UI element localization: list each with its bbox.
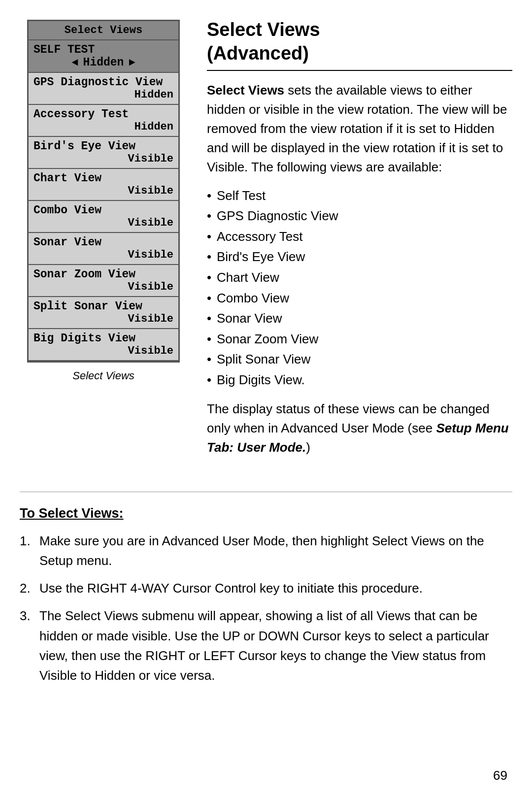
menu-row-name-big-digits: Big Digits View	[33, 332, 173, 345]
step-2: 2. Use the RIGHT 4-WAY Cursor Control ke…	[20, 578, 512, 598]
step-3-text: The Select Views submenu will appear, sh…	[39, 608, 489, 683]
menu-caption: Select Views	[72, 369, 134, 382]
bullet-item-big-digits: Big Digits View.	[207, 370, 512, 391]
menu-row-name-sonar-zoom: Sonar Zoom View	[33, 268, 173, 281]
step-2-text: Use the RIGHT 4-WAY Cursor Control key t…	[39, 581, 423, 596]
bullet-item-birds-eye: Bird's Eye View	[207, 247, 512, 267]
menu-row-value-combo: Visible	[33, 217, 173, 229]
bullet-item-combo: Combo View	[207, 288, 512, 309]
bullet-list: Self Test GPS Diagnostic View Accessory …	[207, 186, 512, 391]
numbered-list: 1. Make sure you are in Advanced User Mo…	[20, 531, 512, 686]
to-select-heading: To Select Views:	[20, 506, 512, 521]
bullet-item-chart: Chart View	[207, 267, 512, 288]
arrow-left-icon: ◄	[71, 57, 78, 69]
right-panel: Select Views (Advanced) Select Views set…	[207, 20, 512, 457]
menu-row-value-accessory: Hidden	[33, 121, 173, 133]
step-1-num: 1.	[20, 531, 31, 551]
step-1-text: Make sure you are in Advanced User Mode,…	[39, 533, 484, 568]
bullet-item-split-sonar: Split Sonar View	[207, 349, 512, 370]
menu-row-value-split-sonar: Visible	[33, 313, 173, 325]
step-2-num: 2.	[20, 578, 31, 598]
title-divider	[207, 70, 512, 71]
menu-row-value-big-digits: Visible	[33, 345, 173, 357]
menu-row-name-combo: Combo View	[33, 204, 173, 217]
intro-text: Select Views sets the available views to…	[207, 81, 512, 177]
left-panel: Select Views SELF TEST ◄ Hidden ► GPS Di…	[20, 20, 187, 382]
bullet-item-gps: GPS Diagnostic View	[207, 206, 512, 227]
arrow-right-icon: ►	[129, 57, 135, 69]
menu-row-sonar-zoom[interactable]: Sonar Zoom View Visible	[29, 265, 178, 297]
step-3-num: 3.	[20, 606, 31, 626]
selected-value: Hidden	[83, 56, 124, 69]
bullet-item-sonar-zoom: Sonar Zoom View	[207, 329, 512, 350]
menu-row-sonar-view[interactable]: Sonar View Visible	[29, 233, 178, 265]
bullet-item-sonar: Sonar View	[207, 308, 512, 329]
note-text: The display status of these views can be…	[207, 399, 512, 457]
menu-screenshot: Select Views SELF TEST ◄ Hidden ► GPS Di…	[27, 20, 180, 363]
menu-row-gps-diagnostic[interactable]: GPS Diagnostic View Hidden	[29, 73, 178, 105]
bullet-item-self-test: Self Test	[207, 186, 512, 206]
menu-row-name-gps: GPS Diagnostic View	[33, 76, 173, 89]
page-number: 69	[493, 768, 507, 783]
bottom-divider	[20, 492, 512, 492]
menu-row-value-gps: Hidden	[33, 89, 173, 101]
menu-row-name-accessory: Accessory Test	[33, 108, 173, 121]
menu-title: Select Views	[29, 21, 178, 40]
menu-row-big-digits[interactable]: Big Digits View Visible	[29, 329, 178, 361]
menu-row-value-chart: Visible	[33, 185, 173, 197]
menu-row-name-self-test: SELF TEST	[33, 43, 173, 56]
menu-row-name-birds-eye: Bird's Eye View	[33, 140, 173, 153]
bullet-item-accessory: Accessory Test	[207, 227, 512, 247]
menu-row-birds-eye[interactable]: Bird's Eye View Visible	[29, 137, 178, 169]
section-title: Select Views	[207, 20, 512, 40]
menu-row-accessory-test[interactable]: Accessory Test Hidden	[29, 105, 178, 137]
menu-row-value-sonar: Visible	[33, 249, 173, 261]
menu-row-name-sonar: Sonar View	[33, 236, 173, 249]
menu-row-name-split-sonar: Split Sonar View	[33, 300, 173, 313]
step-1: 1. Make sure you are in Advanced User Mo…	[20, 531, 512, 571]
menu-row-combo-view[interactable]: Combo View Visible	[29, 201, 178, 233]
step-3: 3. The Select Views submenu will appear,…	[20, 606, 512, 685]
menu-row-value-birds-eye: Visible	[33, 153, 173, 165]
section-subtitle: (Advanced)	[207, 43, 512, 64]
intro-bold: Select Views	[207, 83, 284, 98]
menu-row-name-chart: Chart View	[33, 172, 173, 185]
note-end: )	[306, 440, 310, 455]
menu-row-selected-content: ◄ Hidden ►	[33, 56, 173, 69]
bottom-section: To Select Views: 1. Make sure you are in…	[0, 477, 532, 713]
menu-row-chart-view[interactable]: Chart View Visible	[29, 169, 178, 201]
menu-row-self-test[interactable]: SELF TEST ◄ Hidden ►	[29, 40, 178, 73]
menu-row-split-sonar[interactable]: Split Sonar View Visible	[29, 297, 178, 329]
menu-row-value-sonar-zoom: Visible	[33, 281, 173, 293]
